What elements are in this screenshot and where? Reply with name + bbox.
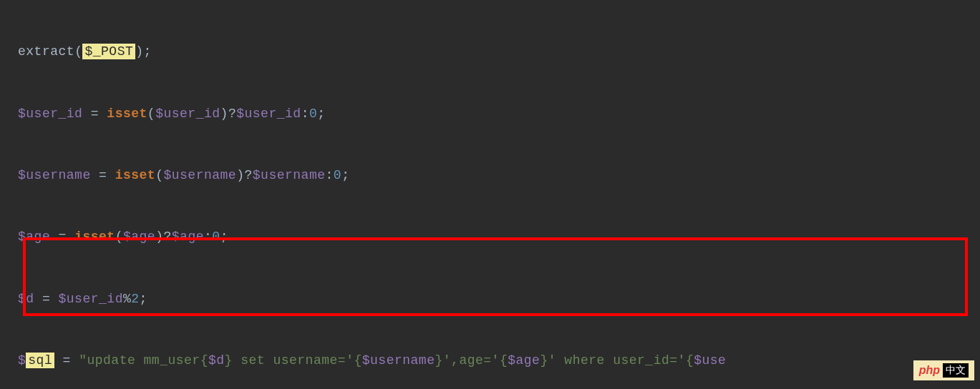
code-line: $sql = "update mm_user{$d} set username=…	[18, 345, 980, 376]
code-line: $username = isset($username)?$username:0…	[18, 160, 980, 191]
watermark-php: php	[919, 364, 940, 377]
watermark: php 中文	[913, 360, 974, 380]
code-line: $user_id = isset($user_id)?$user_id:0;	[18, 99, 980, 129]
code-editor[interactable]: extract($_POST); $user_id = isset($user_…	[0, 0, 980, 389]
code-line: $d = $user_id%2;	[18, 284, 980, 315]
code-line: extract($_POST);	[18, 36, 980, 67]
watermark-cn: 中文	[943, 363, 969, 378]
code-line: $age = isset($age)?$age:0;	[18, 222, 980, 252]
